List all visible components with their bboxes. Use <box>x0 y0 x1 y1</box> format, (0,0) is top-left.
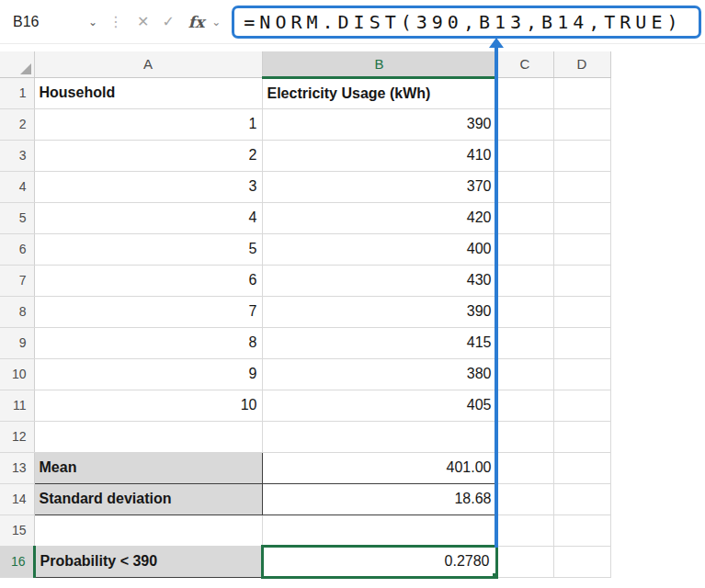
fill-handle[interactable] <box>491 571 497 578</box>
cell-B6[interactable]: 400 <box>262 233 496 265</box>
row-header-9[interactable]: 9 <box>0 327 34 358</box>
cell-C11[interactable] <box>496 390 553 421</box>
cell-D9[interactable] <box>553 327 610 358</box>
row-header-5[interactable]: 5 <box>0 202 34 233</box>
cell-C13[interactable] <box>496 452 553 483</box>
cell-B14[interactable]: 18.68 <box>262 483 496 514</box>
insert-function-icon[interactable]: fx <box>188 13 204 31</box>
cell-A9[interactable]: 8 <box>34 327 262 358</box>
cell-D8[interactable] <box>553 296 610 327</box>
cell-A2[interactable]: 1 <box>34 108 262 140</box>
cell-C14[interactable] <box>496 483 553 514</box>
cell-A16[interactable]: Probability < 390 <box>34 546 262 577</box>
cell-B4[interactable]: 370 <box>262 171 496 202</box>
cell-A7[interactable]: 6 <box>34 265 262 296</box>
cell-D15[interactable] <box>553 514 610 546</box>
cell-A3[interactable]: 2 <box>34 140 262 171</box>
enter-icon[interactable]: ✓ <box>162 15 174 29</box>
cell-B1[interactable]: Electricity Usage (kWh) <box>262 77 496 108</box>
cell-A6[interactable]: 5 <box>34 233 262 265</box>
cell-A12[interactable] <box>34 421 262 452</box>
row-header-15[interactable]: 15 <box>0 514 34 546</box>
row-header-14[interactable]: 14 <box>0 483 34 514</box>
cell-B3[interactable]: 410 <box>262 140 496 171</box>
row-header-4[interactable]: 4 <box>0 171 34 202</box>
cell-A13[interactable]: Mean <box>34 452 262 483</box>
table-row: 7 6 430 <box>0 265 610 296</box>
cell-A11[interactable]: 10 <box>34 390 262 421</box>
cell-A4[interactable]: 3 <box>34 171 262 202</box>
cell-C16[interactable] <box>496 546 553 577</box>
column-header-C[interactable]: C <box>496 51 553 77</box>
selected-cell-B16[interactable]: 0.2780 <box>262 546 496 577</box>
cell-A10[interactable]: 9 <box>34 358 262 390</box>
row-header-6[interactable]: 6 <box>0 233 34 265</box>
cell-D12[interactable] <box>553 421 610 452</box>
row-header-16[interactable]: 16 <box>0 546 34 577</box>
column-header-B[interactable]: B <box>262 51 496 77</box>
cell-B5[interactable]: 420 <box>262 202 496 233</box>
cell-D13[interactable] <box>553 452 610 483</box>
cell-C6[interactable] <box>496 233 553 265</box>
row-header-7[interactable]: 7 <box>0 265 34 296</box>
formula-input[interactable]: =NORM.DIST(390,B13,B14,TRUE) <box>232 6 701 39</box>
cell-B8[interactable]: 390 <box>262 296 496 327</box>
cell-A8[interactable]: 7 <box>34 296 262 327</box>
row-header-3[interactable]: 3 <box>0 140 34 171</box>
cell-B7[interactable]: 430 <box>262 265 496 296</box>
formula-bar-expand-icon[interactable]: ⌄ <box>211 16 221 28</box>
name-box-chevron-icon[interactable]: ⌄ <box>88 17 97 28</box>
cell-C5[interactable] <box>496 202 553 233</box>
cell-D11[interactable] <box>553 390 610 421</box>
cell-D10[interactable] <box>553 358 610 390</box>
cell-B13[interactable]: 401.00 <box>262 452 496 483</box>
table-row: 16 Probability < 390 0.2780 <box>0 546 610 577</box>
cell-D2[interactable] <box>553 108 610 140</box>
cell-D1[interactable] <box>553 77 610 108</box>
formula-reference-arrow-line <box>495 47 498 548</box>
cell-C2[interactable] <box>496 108 553 140</box>
name-box-value: B16 <box>13 14 39 30</box>
cell-D4[interactable] <box>553 171 610 202</box>
cell-B2[interactable]: 390 <box>262 108 496 140</box>
cell-B10[interactable]: 380 <box>262 358 496 390</box>
cell-C15[interactable] <box>496 514 553 546</box>
column-header-A[interactable]: A <box>34 51 262 77</box>
cell-D16[interactable] <box>553 546 610 577</box>
row-header-8[interactable]: 8 <box>0 296 34 327</box>
cell-A15[interactable] <box>34 514 262 546</box>
cell-B12[interactable] <box>262 421 496 452</box>
cell-C4[interactable] <box>496 171 553 202</box>
cell-C1[interactable] <box>496 77 553 108</box>
cell-C10[interactable] <box>496 358 553 390</box>
cell-C12[interactable] <box>496 421 553 452</box>
cell-C8[interactable] <box>496 296 553 327</box>
cell-D7[interactable] <box>553 265 610 296</box>
cell-D3[interactable] <box>553 140 610 171</box>
row-header-2[interactable]: 2 <box>0 108 34 140</box>
cell-D14[interactable] <box>553 483 610 514</box>
cell-A5[interactable]: 4 <box>34 202 262 233</box>
column-header-D[interactable]: D <box>553 51 610 77</box>
cell-B15[interactable] <box>262 514 496 546</box>
row-header-1[interactable]: 1 <box>0 77 34 108</box>
table-row: 10 9 380 <box>0 358 610 390</box>
cell-C3[interactable] <box>496 140 553 171</box>
cancel-icon[interactable]: ✕ <box>137 15 149 29</box>
row-header-10[interactable]: 10 <box>0 358 34 390</box>
cell-C7[interactable] <box>496 265 553 296</box>
cell-D5[interactable] <box>553 202 610 233</box>
cell-D6[interactable] <box>553 233 610 265</box>
cell-A1[interactable]: Household <box>34 77 262 108</box>
cell-B9[interactable]: 415 <box>262 327 496 358</box>
cell-B11[interactable]: 405 <box>262 390 496 421</box>
row-header-11[interactable]: 11 <box>0 390 34 421</box>
cell-A14[interactable]: Standard deviation <box>34 483 262 514</box>
select-all-button[interactable] <box>0 51 34 77</box>
row-header-12[interactable]: 12 <box>0 421 34 452</box>
row-header-13[interactable]: 13 <box>0 452 34 483</box>
table-row: 8 7 390 <box>0 296 610 327</box>
cell-C9[interactable] <box>496 327 553 358</box>
name-box[interactable]: B16 ⌄ <box>9 8 105 36</box>
column-header-row: A B C D <box>0 51 610 77</box>
